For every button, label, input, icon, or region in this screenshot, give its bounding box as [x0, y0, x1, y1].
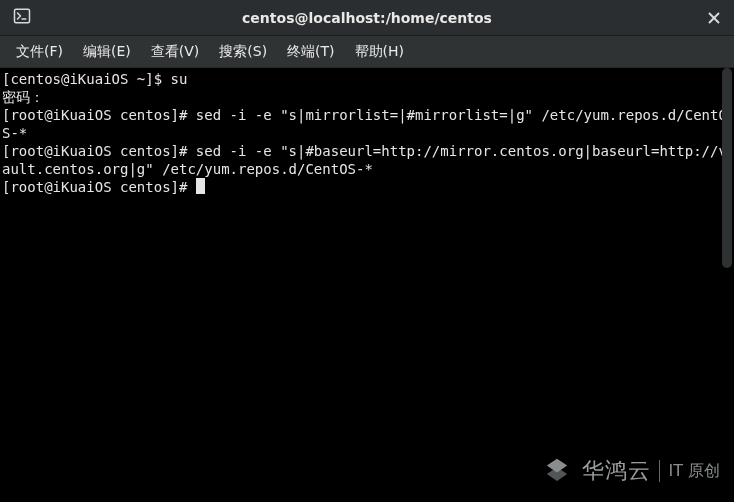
terminal-viewport[interactable]: [centos@iKuaiOS ~]$ su密码：[root@iKuaiOS c… [0, 68, 734, 502]
svg-rect-0 [15, 9, 30, 23]
watermark-sub: IT 原创 [668, 461, 720, 482]
terminal-line: [centos@iKuaiOS ~]$ su [2, 70, 732, 88]
svg-marker-5 [547, 467, 567, 481]
terminal-line: [root@iKuaiOS centos]# sed -i -e "s|#bas… [2, 142, 732, 178]
terminal-icon [13, 7, 31, 29]
watermark: 华鸿云 IT 原创 [540, 452, 720, 490]
watermark-brand: 华鸿云 [582, 456, 651, 486]
menu-view[interactable]: 查看(V) [141, 39, 210, 65]
close-icon [708, 9, 720, 28]
menu-help[interactable]: 帮助(H) [345, 39, 414, 65]
terminal-prompt-line: [root@iKuaiOS centos]# [2, 178, 732, 196]
app-menu-button[interactable] [0, 0, 44, 36]
close-button[interactable] [694, 0, 734, 36]
titlebar: centos@localhost:/home/centos [0, 0, 734, 36]
watermark-logo-icon [540, 452, 574, 490]
menu-edit[interactable]: 编辑(E) [73, 39, 141, 65]
window-title: centos@localhost:/home/centos [0, 10, 734, 26]
terminal-line: 密码： [2, 88, 732, 106]
menu-search[interactable]: 搜索(S) [209, 39, 277, 65]
terminal-cursor [196, 178, 205, 194]
menu-file[interactable]: 文件(F) [6, 39, 73, 65]
scrollbar-thumb[interactable] [722, 68, 732, 268]
menu-terminal[interactable]: 终端(T) [277, 39, 344, 65]
terminal-window: centos@localhost:/home/centos 文件(F) 编辑(E… [0, 0, 734, 502]
menubar: 文件(F) 编辑(E) 查看(V) 搜索(S) 终端(T) 帮助(H) [0, 36, 734, 68]
terminal-line: [root@iKuaiOS centos]# sed -i -e "s|mirr… [2, 106, 732, 142]
terminal-prompt: [root@iKuaiOS centos]# [2, 179, 196, 195]
watermark-divider [659, 460, 660, 482]
